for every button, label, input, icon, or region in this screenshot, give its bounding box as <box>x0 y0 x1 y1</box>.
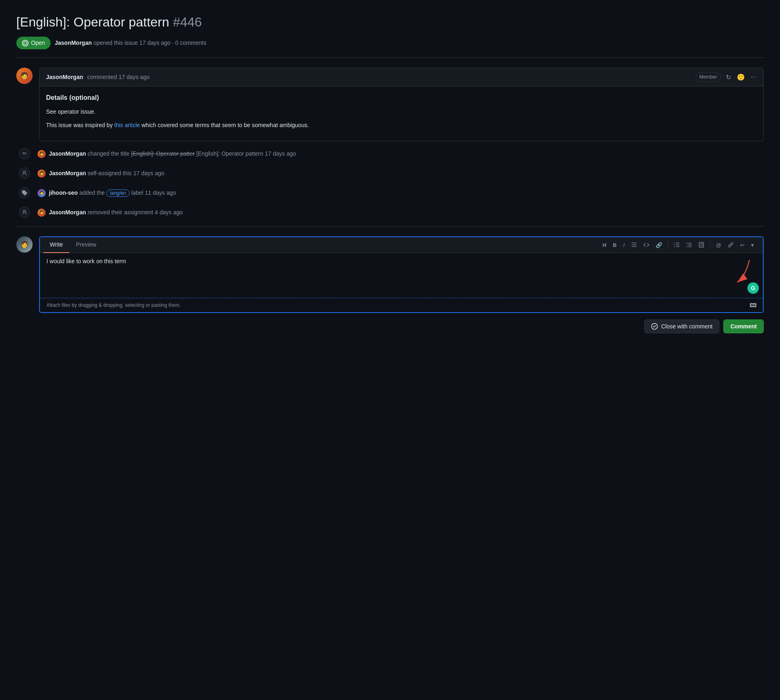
header-divider <box>16 57 764 58</box>
assign-icon <box>19 167 30 179</box>
md-logo-icon <box>750 303 756 307</box>
main-comment-row: 🧑 JasonMorgan commented 17 days ago Memb… <box>16 68 764 141</box>
comment-author-info: JasonMorgan commented 17 days ago <box>46 73 150 81</box>
attach-text: Attach files by dragging & dropping, sel… <box>46 302 181 309</box>
write-section: 🧑 Write Preview H B I <box>16 236 764 350</box>
timeline-avatar-4: 🧑 <box>37 209 46 217</box>
task-icon <box>698 242 704 248</box>
timeline-content-1: 🧑 JasonMorgan changed the title [English… <box>37 148 764 158</box>
timeline-item-label: 🧑 jihoon-seo added the lang/en label 11 … <box>16 187 764 198</box>
timeline-item-assign: 🧑 JasonMorgan self-assigned this 17 days… <box>16 167 764 179</box>
timeline-content-4: 🧑 JasonMorgan removed their assignment 4… <box>37 207 764 217</box>
member-badge: Member <box>696 72 721 82</box>
comment-button-label: Comment <box>730 323 757 330</box>
toolbar-link-btn[interactable]: 🔗 <box>653 240 665 250</box>
lang-en-badge: lang/en <box>106 189 130 197</box>
refresh-icon-btn[interactable]: ↻ <box>725 73 732 82</box>
issue-author: JasonMorgan <box>55 40 92 46</box>
comment-thread: 🧑 JasonMorgan commented 17 days ago Memb… <box>16 68 764 226</box>
comment-heading: Details (optional) <box>46 93 757 103</box>
person-icon <box>22 170 27 176</box>
comments-count: 0 comments <box>175 40 206 46</box>
issue-meta-text: JasonMorgan opened this issue 17 days ag… <box>55 39 206 47</box>
article-link[interactable]: this article <box>114 122 140 128</box>
avatar: 🧑 <box>16 68 33 84</box>
ul-icon <box>674 242 680 248</box>
toolbar-task-btn[interactable] <box>696 240 707 249</box>
emoji-icon-btn[interactable]: 🙂 <box>736 73 746 82</box>
toolbar-mention-btn[interactable]: @ <box>714 240 724 250</box>
code-icon <box>643 242 649 248</box>
timeline-content-3: 🧑 jihoon-seo added the lang/en label 11 … <box>37 187 764 197</box>
tab-preview[interactable]: Preview <box>69 237 103 253</box>
tab-write[interactable]: Write <box>43 237 69 253</box>
write-tabs-bar: Write Preview H B I <box>40 237 763 253</box>
toolbar-ol-btn[interactable] <box>684 240 694 249</box>
arrow-svg <box>713 256 762 288</box>
comment-time: commented 17 days ago <box>87 74 150 80</box>
issue-title-text: [English]: Operator pattern <box>16 15 169 29</box>
toolbar-ul-btn[interactable] <box>672 240 682 249</box>
issue-meta-row: Open JasonMorgan opened this issue 17 da… <box>16 37 764 49</box>
issue-number: #446 <box>173 15 202 29</box>
action-row: Close with comment Comment <box>16 319 764 350</box>
ol-icon <box>686 242 692 248</box>
comment-paragraph1: See operator issue. <box>46 108 757 116</box>
status-label: Open <box>31 39 45 47</box>
edit-icon: ✏ <box>19 148 30 159</box>
unassign-icon <box>19 207 30 218</box>
opened-time: 17 days ago <box>139 40 170 46</box>
toolbar-sep-1 <box>668 242 668 248</box>
write-row: 🧑 Write Preview H B I <box>16 236 764 313</box>
comment-body: Details (optional) See operator issue. T… <box>40 86 763 141</box>
toolbar-undo-btn[interactable]: ↩ <box>738 240 747 250</box>
timeline-item-unassign: 🧑 JasonMorgan removed their assignment 4… <box>16 207 764 218</box>
comment-header: JasonMorgan commented 17 days ago Member… <box>40 68 763 86</box>
current-user-avatar: 🧑 <box>16 236 33 253</box>
toolbar-code-btn[interactable] <box>641 240 652 249</box>
content-divider <box>16 226 764 227</box>
label-icon <box>19 187 30 198</box>
comment-paragraph2: This issue was inspired by this article … <box>46 121 757 130</box>
toolbar-bold-btn[interactable]: B <box>610 240 619 250</box>
open-circle-icon <box>22 40 29 46</box>
timeline-content-2: 🧑 JasonMorgan self-assigned this 17 days… <box>37 167 764 178</box>
toolbar-heading-btn[interactable]: H <box>600 240 608 250</box>
timeline-avatar-2: 🧑 <box>37 169 46 178</box>
textarea-wrapper: I would like to work on this term G <box>40 253 763 298</box>
toolbar-italic-btn[interactable]: I <box>621 240 627 250</box>
write-box: Write Preview H B I <box>39 236 764 313</box>
timeline-avatar-1: 🧑 <box>37 150 46 158</box>
tag-icon <box>22 190 27 196</box>
timeline-container: ✏ 🧑 JasonMorgan changed the title [Engli… <box>16 148 764 226</box>
issue-title: [English]: Operator pattern #446 <box>16 12 764 32</box>
person-icon-2 <box>22 209 27 215</box>
toolbar-sep-2 <box>710 242 710 248</box>
status-badge: Open <box>16 37 51 49</box>
close-with-comment-icon <box>651 323 658 330</box>
comment-textarea[interactable]: I would like to work on this term <box>40 253 763 295</box>
toolbar-ref-btn[interactable] <box>725 240 736 249</box>
comment-box: JasonMorgan commented 17 days ago Member… <box>39 68 764 141</box>
write-toolbar: H B I 🔗 <box>600 240 760 250</box>
quote-icon <box>631 242 637 248</box>
more-icon-btn[interactable]: ··· <box>750 73 757 81</box>
markdown-icon <box>750 303 756 307</box>
close-with-comment-label: Close with comment <box>661 323 712 330</box>
close-with-comment-button[interactable]: Close with comment <box>644 319 719 333</box>
timeline-item-title-change: ✏ 🧑 JasonMorgan changed the title [Engli… <box>16 148 764 159</box>
toolbar-dropdown-btn[interactable]: ▾ <box>749 240 756 250</box>
ref-icon <box>728 242 734 248</box>
comment-author: JasonMorgan <box>46 74 83 80</box>
comment-header-actions: Member ↻ 🙂 ··· <box>696 72 757 82</box>
comment-button[interactable]: Comment <box>723 319 764 333</box>
timeline-avatar-3: 🧑 <box>37 189 46 197</box>
write-footer: Attach files by dragging & dropping, sel… <box>40 298 763 312</box>
page-header: [English]: Operator pattern #446 Open Ja… <box>16 12 764 49</box>
toolbar-quote-btn[interactable] <box>629 240 639 249</box>
